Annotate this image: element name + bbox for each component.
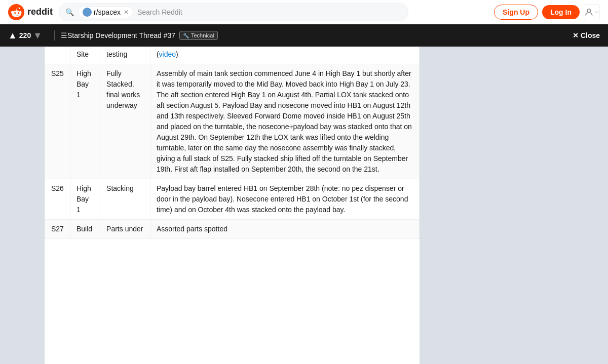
nav-right: Sign Up Log In: [494, 4, 600, 20]
subreddit-name: r/spacex: [94, 8, 121, 16]
table-cell-location-s25: High Bay 1: [70, 64, 100, 179]
signup-button[interactable]: Sign Up: [494, 5, 538, 20]
table-cell-status-partial: testing: [100, 47, 150, 64]
close-icon: ✕: [573, 31, 579, 39]
post-type-icon: ☰: [61, 31, 67, 39]
table-cell-location-s27: Build: [70, 220, 100, 239]
search-placeholder: Search Reddit: [137, 8, 402, 16]
svg-point-2: [587, 9, 590, 12]
close-thread-button[interactable]: ✕ Close: [573, 31, 600, 39]
table-row-partial: Site testing (video): [45, 47, 420, 64]
table-cell-status-s26: Stacking: [100, 179, 150, 220]
table-cell-ship-s27: S27: [45, 220, 70, 239]
login-button[interactable]: Log In: [542, 5, 580, 19]
thread-title: Starship Development Thread #37 🔧 Techni…: [67, 31, 218, 40]
thread-title-text: Starship Development Thread #37: [67, 31, 175, 39]
table-cell-ship-partial: [45, 47, 70, 64]
svg-point-1: [84, 9, 91, 16]
search-icon: 🔍: [65, 8, 74, 16]
table-cell-notes-s25: Assembly of main tank section commenced …: [150, 64, 419, 179]
flair-label: Technical: [191, 32, 214, 38]
table-cell-status-s27: Parts under: [100, 220, 150, 239]
downvote-button[interactable]: ▼: [33, 30, 42, 41]
user-icon: [584, 7, 594, 17]
flair-badge: 🔧 Technical: [179, 31, 218, 40]
table-cell-status-s25: Fully Stacked, final works underway: [100, 64, 150, 179]
right-sidebar: [420, 47, 608, 364]
table-row-s26: S26 High Bay 1 Stacking Payload bay barr…: [45, 179, 420, 220]
subreddit-pill-close[interactable]: ✕: [124, 9, 129, 16]
table-cell-notes-partial: (video): [150, 47, 419, 64]
reddit-logo-icon: [8, 4, 24, 20]
video-link[interactable]: video: [159, 50, 176, 58]
table-cell-location-s26: High Bay 1: [70, 179, 100, 220]
table-cell-notes-s27: Assorted parts spotted: [150, 220, 419, 239]
table-cell-ship-s26: S26: [45, 179, 70, 220]
vote-count: 220: [19, 31, 31, 39]
table-cell-notes-s26: Payload bay barrel entered HB1 on Septem…: [150, 179, 419, 220]
flair-icon: 🔧: [183, 33, 189, 38]
user-menu-button[interactable]: [584, 4, 600, 20]
ships-table: Site testing (video) S25 High Bay 1 Full…: [45, 47, 420, 239]
main-content: Site testing (video) S25 High Bay 1 Full…: [0, 47, 608, 364]
vote-section: ▲ 220 ▼: [8, 30, 42, 41]
left-sidebar: [0, 47, 45, 364]
table-row-s25: S25 High Bay 1 Fully Stacked, final work…: [45, 64, 420, 179]
close-label: Close: [581, 31, 600, 39]
chevron-down-icon: [594, 9, 599, 15]
subreddit-icon: [83, 8, 92, 17]
reddit-logo-link[interactable]: reddit: [8, 4, 53, 20]
thread-header: ▲ 220 ▼ ☰ Starship Development Thread #3…: [0, 24, 608, 47]
reddit-wordmark: reddit: [27, 7, 53, 17]
subreddit-pill: r/spacex ✕: [78, 6, 133, 18]
upvote-button[interactable]: ▲: [8, 30, 17, 41]
table-cell-location-partial: Site: [70, 47, 100, 64]
table-row-s27: S27 Build Parts under Assorted parts spo…: [45, 220, 420, 239]
search-bar[interactable]: 🔍 r/spacex ✕ Search Reddit: [59, 3, 408, 21]
content-panel: Site testing (video) S25 High Bay 1 Full…: [45, 47, 420, 364]
navbar: reddit 🔍 r/spacex ✕ Search Reddit Sign U…: [0, 0, 608, 24]
header-divider: [54, 30, 55, 41]
table-cell-ship-s25: S25: [45, 64, 70, 179]
